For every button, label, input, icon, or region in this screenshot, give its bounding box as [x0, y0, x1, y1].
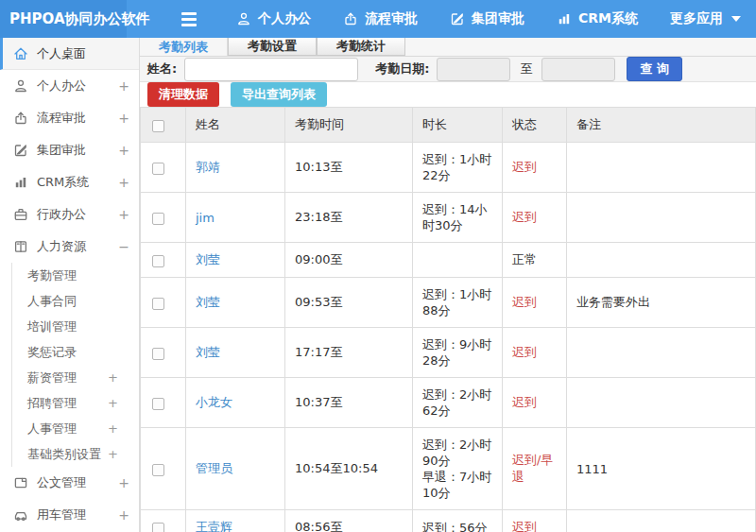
export-list-button[interactable]: 导出查询列表	[231, 82, 327, 107]
sidebar-subitem-10[interactable]: 奖惩记录	[12, 339, 118, 365]
sidebar-subitem-14[interactable]: 基础类别设置 +	[12, 441, 118, 467]
sidebar-submenu: 考勤管理 人事合同 培训管理 奖惩记录 薪资管理 +招聘管理 +人事管理 +基础…	[11, 263, 118, 467]
duration-cell: 迟到：1小时22分	[413, 143, 503, 193]
duration-cell: 迟到：2小时90分早退：7小时10分	[413, 428, 503, 510]
employee-name-link[interactable]: 小龙女	[186, 378, 285, 428]
duration-line: 迟到：1小时22分	[422, 151, 492, 183]
topnav-item-0[interactable]: 个人办公	[236, 10, 311, 27]
date-from-input[interactable]	[437, 58, 510, 81]
sidebar-item-15[interactable]: 公文管理+	[0, 467, 139, 499]
attendance-time: 23:18至	[285, 193, 413, 243]
sidebar-subitem-9[interactable]: 培训管理	[12, 314, 118, 339]
sidebar-item-6[interactable]: 人力资源−	[0, 231, 139, 263]
row-checkbox[interactable]	[152, 523, 164, 532]
home-icon	[13, 46, 28, 61]
hamburger-icon[interactable]	[181, 12, 197, 26]
select-all-checkbox[interactable]	[152, 120, 164, 132]
date-to-input[interactable]	[541, 58, 615, 81]
topnav-item-2[interactable]: 集团审批	[450, 10, 524, 27]
table-row: 刘莹 09:53至 迟到：1小时88分 迟到 业务需要外出	[141, 278, 756, 328]
attendance-time: 10:54至10:54	[285, 428, 413, 510]
row-checkbox[interactable]	[152, 398, 164, 410]
duration-line: 早退：7小时10分	[422, 469, 492, 501]
note-cell	[567, 510, 756, 532]
sidebar-item-1[interactable]: 个人办公+	[0, 70, 139, 102]
sidebar-subitem-label: 培训管理	[27, 318, 77, 335]
attendance-date-label: 考勤日期:	[375, 60, 429, 77]
employee-name-link[interactable]: 刘莹	[186, 243, 285, 278]
attendance-time: 17:17至	[285, 328, 413, 378]
sidebar-item-2[interactable]: 流程审批+	[0, 102, 139, 134]
row-checkbox[interactable]	[152, 255, 164, 267]
duration-cell	[413, 243, 503, 278]
expand-icon: +	[118, 111, 129, 126]
tab-attendance-stats[interactable]: 考勤统计	[317, 38, 405, 56]
employee-name-link[interactable]: 管理员	[186, 428, 285, 510]
doc-icon	[13, 475, 28, 490]
note-cell	[567, 243, 756, 278]
sidebar-item-4[interactable]: CRM系统+	[0, 166, 139, 198]
topnav-item-4[interactable]: 更多应用	[670, 10, 741, 27]
sidebar-item-label: CRM系统	[37, 174, 89, 191]
row-checkbox[interactable]	[152, 298, 164, 310]
query-button[interactable]: 查 询	[627, 57, 682, 81]
sidebar-subitem-label: 人事合同	[27, 293, 77, 310]
table-row: jim 23:18至 迟到：14小时30分 迟到	[141, 193, 756, 243]
sidebar-subitem-label: 薪资管理	[27, 369, 77, 386]
expand-icon: +	[118, 143, 129, 158]
expand-icon: +	[108, 421, 118, 436]
row-checkbox[interactable]	[152, 348, 164, 360]
sidebar-subitem-13[interactable]: 人事管理 +	[12, 416, 118, 441]
duration-line: 迟到：2小时90分	[422, 437, 492, 469]
status-cell: 迟到	[503, 193, 567, 243]
expand-icon: +	[108, 370, 118, 385]
note-cell: 业务需要外出	[567, 278, 756, 328]
sidebar-item-3[interactable]: 集团审批+	[0, 134, 139, 166]
status-cell: 迟到/早退	[503, 428, 567, 510]
sidebar-item-5[interactable]: 行政办公+	[0, 198, 139, 231]
tab-attendance-list[interactable]: 考勤列表	[140, 38, 228, 56]
sidebar-item-16[interactable]: 用车管理+	[0, 499, 139, 531]
employee-name-link[interactable]: 刘莹	[186, 328, 285, 378]
attendance-time: 09:53至	[285, 278, 413, 328]
sidebar-item-label: 个人办公	[37, 77, 86, 94]
sidebar-subitem-8[interactable]: 人事合同	[12, 288, 118, 314]
chart-icon	[13, 175, 28, 190]
duration-line: 迟到：1小时88分	[422, 286, 492, 318]
row-checkbox[interactable]	[152, 213, 164, 225]
sidebar-item-label: 行政办公	[37, 206, 86, 223]
sidebar-item-0[interactable]: 个人桌面	[0, 38, 139, 70]
table-row: 刘莹 17:17至 迟到：9小时28分 迟到	[141, 328, 756, 378]
topnav-item-1[interactable]: 流程审批	[343, 10, 418, 27]
name-input[interactable]	[184, 58, 358, 81]
sidebar-item-label: 流程审批	[37, 110, 86, 127]
row-checkbox[interactable]	[152, 163, 164, 175]
row-checkbox[interactable]	[152, 464, 164, 476]
tab-attendance-settings[interactable]: 考勤设置	[228, 38, 317, 56]
app-logo: PHPOA协同办公软件	[0, 0, 127, 38]
employee-name-link[interactable]: 王壹辉	[186, 510, 285, 532]
status-cell: 迟到	[503, 328, 567, 378]
person-icon	[236, 11, 251, 26]
topnav-label: 流程审批	[365, 10, 418, 27]
duration-line: 迟到：14小时30分	[422, 201, 492, 233]
sidebar-subitem-11[interactable]: 薪资管理 +	[12, 365, 118, 390]
sidebar-subitem-7[interactable]: 考勤管理	[12, 263, 118, 288]
topnav-item-3[interactable]: CRM系统	[557, 10, 638, 27]
employee-name-link[interactable]: 郭靖	[186, 143, 285, 193]
table-header-row: 姓名 考勤时间 时长 状态 备注	[141, 108, 756, 143]
status-cell: 迟到	[503, 143, 567, 193]
duration-cell: 迟到：1小时88分	[413, 278, 503, 328]
briefcase-icon	[13, 207, 28, 222]
expand-icon: +	[118, 475, 129, 490]
table-row: 管理员 10:54至10:54 迟到：2小时90分早退：7小时10分 迟到/早退…	[141, 428, 756, 510]
sidebar-subitem-12[interactable]: 招聘管理 +	[12, 390, 118, 416]
duration-cell: 迟到：9小时28分	[413, 328, 503, 378]
clean-data-button[interactable]: 清理数据	[147, 82, 219, 107]
employee-name-link[interactable]: 刘莹	[186, 278, 285, 328]
topnav-label: 个人办公	[258, 10, 311, 27]
topnav: 个人办公流程审批集团审批CRM系统更多应用	[181, 0, 741, 38]
table-row: 郭靖 10:13至 迟到：1小时22分 迟到	[141, 143, 756, 193]
sidebar-subitem-label: 基础类别设置	[27, 446, 101, 463]
employee-name-link[interactable]: jim	[186, 193, 285, 243]
